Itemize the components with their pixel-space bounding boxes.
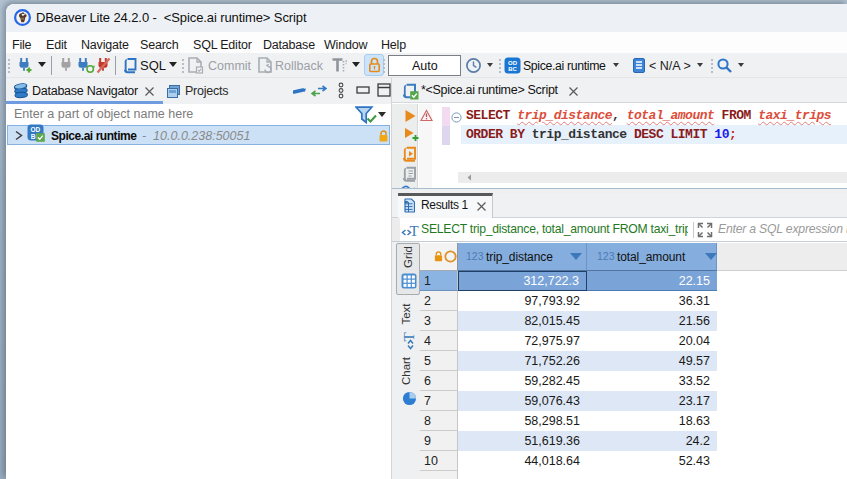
svg-text:OD: OD: [31, 126, 41, 133]
svg-text:OD: OD: [508, 60, 518, 66]
svg-text:T: T: [401, 332, 417, 341]
svg-text:BC: BC: [508, 66, 517, 72]
